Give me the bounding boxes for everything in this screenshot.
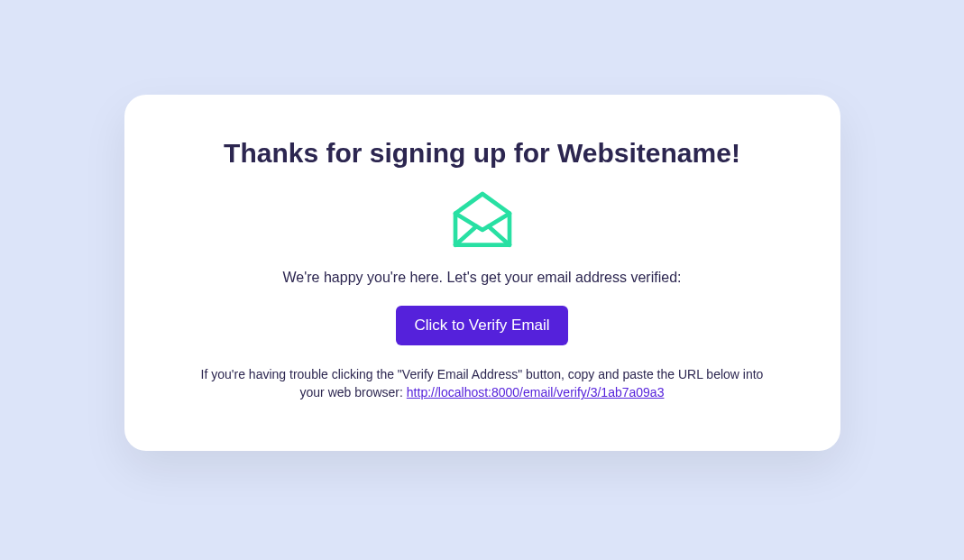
subtitle-text: We're happy you're here. Let's get your … <box>179 270 786 286</box>
verification-card: Thanks for signing up for Websitename! W… <box>124 95 840 451</box>
help-text: If you're having trouble clicking the "V… <box>194 365 771 402</box>
page-title: Thanks for signing up for Websitename! <box>179 138 786 169</box>
verify-url-link[interactable]: http://localhost:8000/email/verify/3/1ab… <box>407 385 665 399</box>
mail-open-icon <box>179 185 786 257</box>
verify-email-button[interactable]: Click to Verify Email <box>396 306 567 345</box>
